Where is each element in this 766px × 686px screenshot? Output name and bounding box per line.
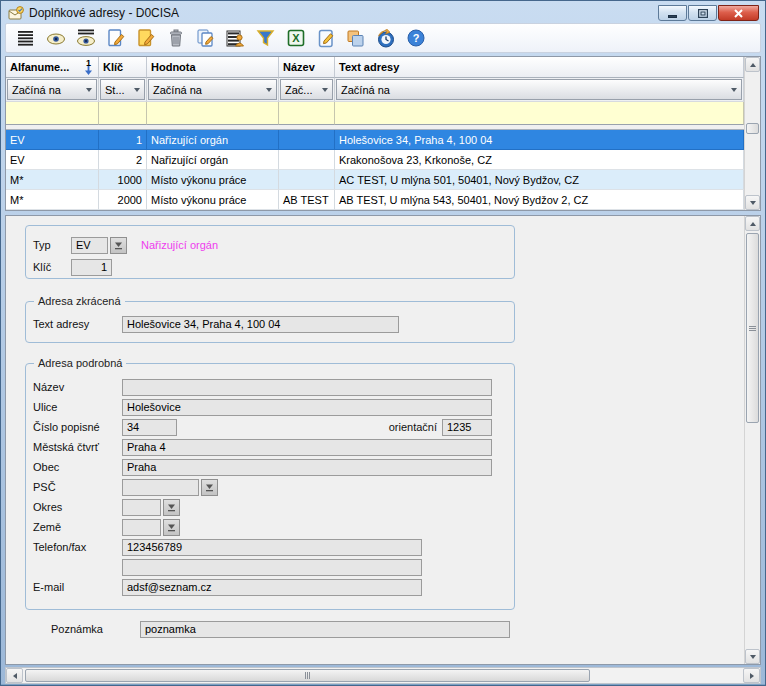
layout-copy-button[interactable]	[345, 27, 366, 49]
window-controls	[658, 3, 759, 21]
filter-label: St...	[105, 84, 125, 96]
new-record-button[interactable]	[105, 27, 126, 49]
table-row[interactable]: EV 2 Nařizující orgán Krakonošova 23, Kr…	[6, 150, 744, 170]
grid-header-row: Alfanume... 1 Klíč Hodnota Název Text ad…	[6, 57, 744, 78]
chevron-down-icon	[134, 88, 140, 92]
ulice-field[interactable]: Holešovice	[122, 399, 492, 416]
okres-dropdown-button[interactable]	[163, 499, 180, 516]
menu-icon	[17, 29, 35, 47]
filter-entry-cell[interactable]	[99, 102, 147, 125]
down-arrow-icon	[750, 655, 756, 659]
mestska-ctvrt-field[interactable]: Praha 4	[122, 439, 492, 456]
grid-scroll-down-button[interactable]	[745, 195, 760, 210]
user-filter-button[interactable]	[225, 27, 246, 49]
dropdown-arrow-icon	[205, 483, 214, 492]
edit-record-button[interactable]	[135, 27, 156, 49]
layout-copy-icon	[346, 29, 365, 48]
text-adresy-label: Text adresy	[33, 318, 122, 330]
filter-dropdown-alfanume[interactable]: Začíná na	[7, 79, 97, 100]
filter-button[interactable]	[255, 27, 276, 49]
edit-note-icon	[317, 29, 335, 48]
titlebar: Doplňkové adresy - D0CISA	[5, 1, 761, 23]
zeme-dropdown-button[interactable]	[163, 519, 180, 536]
cislo-popisne-field[interactable]: 34	[122, 419, 177, 436]
dropdown-arrow-icon	[167, 503, 176, 512]
excel-export-button[interactable]: X	[285, 27, 306, 49]
filter-dropdown-text-adresy[interactable]: Začíná na	[336, 79, 742, 100]
grid-scroll-up-button[interactable]	[745, 57, 760, 72]
new-record-icon	[107, 29, 125, 48]
preview-columns-button[interactable]	[75, 27, 96, 49]
orientacni-label: orientační	[389, 421, 437, 433]
minimize-button[interactable]	[658, 5, 687, 21]
okres-field[interactable]	[122, 499, 161, 516]
detail-scroll-thumb[interactable]	[746, 233, 759, 423]
column-header-label: Klíč	[103, 61, 123, 73]
help-icon: ?	[407, 29, 425, 47]
typ-description: Nařizující orgán	[141, 239, 218, 251]
column-header-alfanume[interactable]: Alfanume... 1	[6, 57, 99, 78]
detailed-address-group: Adresa podrobná Název Ulice Holešovice Č…	[25, 363, 515, 610]
typ-dropdown-button[interactable]	[110, 237, 127, 254]
filter-dropdown-nazev[interactable]: Zač...	[280, 79, 333, 100]
column-header-klic[interactable]: Klíč	[99, 57, 147, 78]
copy-record-button[interactable]	[195, 27, 216, 49]
table-row[interactable]: EV 1 Nařizující orgán Holešovice 34, Pra…	[6, 130, 744, 150]
column-header-text-adresy[interactable]: Text adresy	[335, 57, 744, 78]
poznamka-field[interactable]: poznamka	[140, 621, 510, 638]
telefon-field[interactable]: 123456789	[122, 539, 422, 556]
filter-entry-cell[interactable]	[279, 102, 335, 125]
typ-field[interactable]: EV	[71, 237, 108, 254]
okres-label: Okres	[33, 501, 122, 513]
detail-vertical-scrollbar[interactable]	[744, 216, 760, 664]
filter-dropdown-hodnota[interactable]: Začíná na	[148, 79, 277, 100]
email-field[interactable]: adsf@seznam.cz	[122, 579, 422, 596]
window: Doplňkové adresy - D0CISA X ? Alfanume..…	[0, 0, 766, 686]
delete-record-button[interactable]	[165, 27, 186, 49]
orientacni-field[interactable]: 1235	[442, 419, 492, 436]
table-row[interactable]: M* 1000 Místo výkonu práce AC TEST, U ml…	[6, 170, 744, 190]
scroll-left-button[interactable]	[6, 668, 23, 683]
history-button[interactable]	[375, 27, 396, 49]
filter-entry-cell[interactable]	[6, 102, 99, 125]
column-header-hodnota[interactable]: Hodnota	[147, 57, 279, 78]
down-arrow-icon	[750, 201, 756, 205]
edit-note-button[interactable]	[315, 27, 336, 49]
column-header-nazev[interactable]: Název	[279, 57, 335, 78]
horizontal-scroll-thumb[interactable]	[25, 669, 590, 682]
klic-label: Klíč	[33, 261, 71, 273]
telefon-label: Telefon/fax	[33, 541, 122, 553]
fax-field[interactable]	[122, 559, 422, 576]
filter-entry-cell[interactable]	[147, 102, 279, 125]
klic-field[interactable]: 1	[71, 259, 112, 276]
scroll-right-button[interactable]	[743, 668, 760, 683]
filter-label: Zač...	[285, 84, 313, 96]
filter-entry-cell[interactable]	[335, 102, 744, 125]
filter-dropdown-klic[interactable]: St...	[100, 79, 145, 100]
help-button[interactable]: ?	[405, 27, 426, 49]
right-arrow-icon	[750, 673, 754, 679]
nazev-field[interactable]	[122, 379, 492, 396]
nazev-label: Název	[33, 381, 122, 393]
psc-field[interactable]	[122, 479, 199, 496]
close-button[interactable]	[718, 5, 759, 21]
psc-dropdown-button[interactable]	[201, 479, 218, 496]
restore-button[interactable]	[688, 5, 717, 21]
detail-scroll-down-button[interactable]	[745, 649, 760, 664]
obec-field[interactable]: Praha	[122, 459, 492, 476]
svg-text:X: X	[292, 32, 300, 44]
grid-vertical-scrollbar[interactable]	[744, 57, 760, 210]
detail-scroll-up-button[interactable]	[745, 216, 760, 231]
zeme-field[interactable]	[122, 519, 161, 536]
horizontal-scrollbar[interactable]	[5, 667, 761, 684]
grid-scroll-thumb[interactable]	[746, 123, 759, 134]
svg-text:?: ?	[412, 32, 419, 44]
preview-button[interactable]	[45, 27, 66, 49]
history-icon	[376, 29, 396, 48]
minimize-icon	[668, 15, 677, 18]
menu-button[interactable]	[15, 27, 36, 49]
table-row[interactable]: M* 2000 Místo výkonu práce AB TEST AB TE…	[6, 190, 744, 210]
mestska-ctvrt-label: Městská čtvrť	[33, 441, 122, 453]
text-adresy-field[interactable]: Holešovice 34, Praha 4, 100 04	[122, 316, 399, 333]
typ-label: Typ	[33, 239, 71, 251]
